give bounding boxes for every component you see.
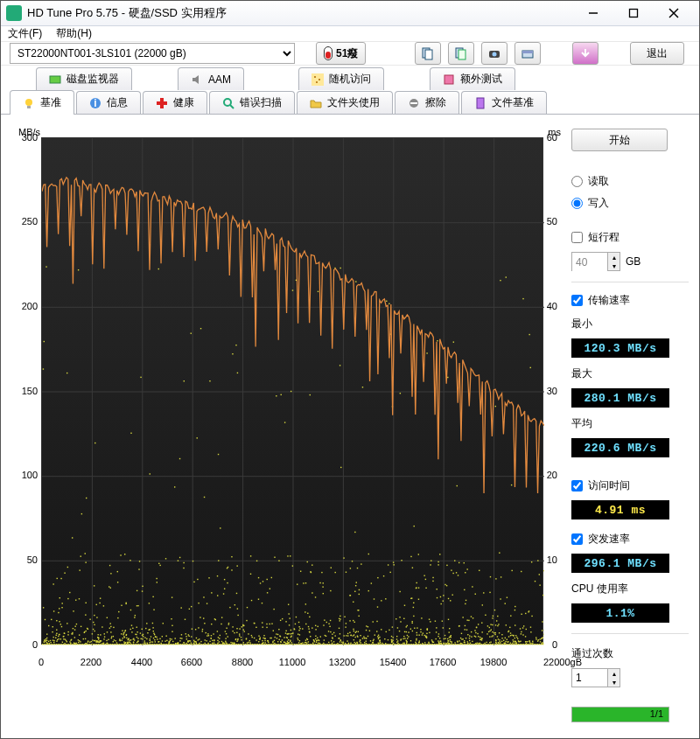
- read-radio[interactable]: 读取: [571, 174, 689, 189]
- menu-file[interactable]: 文件(F): [8, 26, 42, 41]
- svg-rect-401: [348, 643, 349, 644]
- svg-rect-333: [353, 629, 354, 630]
- svg-rect-1058: [458, 562, 459, 563]
- svg-rect-687: [169, 641, 170, 642]
- svg-rect-958: [466, 600, 466, 601]
- svg-rect-586: [449, 637, 450, 638]
- svg-rect-1012: [360, 563, 361, 564]
- start-button[interactable]: 开始: [571, 129, 668, 151]
- svg-rect-1532: [513, 644, 514, 645]
- minimize-button[interactable]: [573, 1, 613, 25]
- svg-rect-825: [350, 635, 351, 636]
- svg-rect-649: [228, 636, 228, 637]
- tab-health[interactable]: 健康: [143, 91, 207, 114]
- svg-rect-335: [143, 636, 144, 637]
- svg-rect-1392: [268, 644, 269, 645]
- svg-rect-1235: [447, 377, 448, 378]
- svg-rect-1364: [219, 644, 220, 645]
- svg-rect-184: [52, 639, 53, 640]
- save-log-button[interactable]: [572, 42, 598, 65]
- svg-rect-1362: [215, 644, 216, 645]
- svg-rect-989: [413, 603, 414, 603]
- svg-rect-1464: [394, 644, 395, 645]
- tab-disk-monitor[interactable]: 磁盘监视器: [36, 67, 132, 90]
- svg-rect-1283: [77, 644, 78, 645]
- svg-rect-947: [61, 607, 62, 608]
- svg-rect-185: [514, 624, 515, 625]
- svg-rect-1230: [235, 345, 236, 345]
- svg-rect-1082: [424, 575, 424, 576]
- close-button[interactable]: [654, 1, 694, 25]
- tab-benchmark[interactable]: 基准: [10, 90, 74, 115]
- short-stroke-input[interactable]: ▴▾: [571, 252, 620, 271]
- svg-rect-1220: [150, 473, 150, 474]
- svg-rect-1065: [418, 599, 419, 600]
- svg-rect-1437: [346, 644, 347, 645]
- transfer-rate-checkbox[interactable]: 传输速率: [571, 293, 689, 308]
- svg-rect-1376: [240, 644, 241, 645]
- passes-input[interactable]: ▴▾: [571, 668, 620, 687]
- menu-help[interactable]: 帮助(H): [56, 26, 92, 41]
- svg-rect-652: [132, 628, 133, 629]
- svg-rect-1041: [354, 591, 355, 592]
- svg-rect-144: [411, 623, 412, 624]
- svg-rect-1227: [43, 368, 44, 369]
- svg-rect-1094: [450, 600, 451, 601]
- svg-rect-1293: [94, 644, 95, 645]
- svg-rect-1411: [301, 644, 302, 645]
- svg-rect-1330: [159, 644, 160, 645]
- tab-erase[interactable]: 擦除: [395, 91, 459, 114]
- svg-rect-1507: [469, 644, 470, 645]
- svg-rect-1093: [206, 603, 207, 603]
- svg-rect-290: [323, 624, 324, 625]
- burst-rate-checkbox[interactable]: 突发速率: [571, 532, 689, 547]
- svg-rect-680: [198, 627, 199, 628]
- tab-error-scan[interactable]: 错误扫描: [209, 91, 295, 114]
- svg-rect-805: [284, 642, 285, 643]
- svg-rect-95: [265, 642, 266, 643]
- short-stroke-checkbox[interactable]: 短行程: [571, 230, 689, 245]
- svg-rect-859: [410, 629, 411, 630]
- tab-extra-tests[interactable]: 额外测试: [430, 67, 515, 90]
- thermometer-icon: [324, 46, 332, 60]
- svg-rect-1068: [339, 618, 340, 619]
- svg-rect-878: [440, 643, 441, 644]
- tab-folder-usage[interactable]: 文件夹使用: [297, 91, 393, 114]
- svg-rect-1253: [506, 276, 507, 277]
- maximize-button[interactable]: [613, 1, 654, 25]
- access-time-checkbox[interactable]: 访问时间: [571, 478, 689, 493]
- exit-button[interactable]: 退出: [630, 42, 684, 65]
- svg-rect-517: [235, 639, 236, 640]
- svg-rect-686: [146, 623, 147, 624]
- extra-icon: [443, 73, 455, 86]
- svg-rect-1057: [191, 606, 192, 607]
- tab-random-access[interactable]: 随机访问: [298, 67, 384, 90]
- svg-rect-1208: [284, 422, 285, 422]
- copy-screenshot-button[interactable]: [448, 42, 474, 65]
- svg-rect-1454: [376, 644, 377, 645]
- tab-row-1: 磁盘监视器 AAM 随机访问 额外测试: [1, 66, 699, 90]
- svg-rect-812: [187, 641, 188, 642]
- svg-rect-1216: [204, 497, 205, 498]
- tab-aam[interactable]: AAM: [178, 67, 244, 90]
- svg-rect-868: [447, 640, 448, 641]
- drive-select[interactable]: ST22000NT001-3LS101 (22000 gB): [10, 43, 295, 64]
- svg-rect-1201: [278, 560, 279, 561]
- svg-rect-280: [243, 642, 244, 643]
- options-button[interactable]: [514, 42, 541, 65]
- svg-rect-972: [179, 557, 180, 558]
- save-screenshot-button[interactable]: [481, 42, 508, 65]
- svg-rect-490: [125, 630, 126, 631]
- copy-info-button[interactable]: [415, 42, 441, 65]
- svg-rect-321: [509, 627, 510, 628]
- svg-rect-1335: [168, 644, 169, 645]
- tab-info[interactable]: i信息: [76, 91, 141, 114]
- svg-rect-154: [470, 643, 471, 644]
- svg-rect-1450: [369, 644, 370, 645]
- svg-rect-1169: [218, 560, 219, 561]
- svg-rect-1136: [448, 598, 449, 599]
- temperature-button[interactable]: 51癈: [316, 42, 366, 65]
- tab-file-benchmark[interactable]: 文件基准: [461, 91, 547, 114]
- write-radio[interactable]: 写入: [571, 196, 689, 211]
- svg-rect-1167: [288, 613, 289, 614]
